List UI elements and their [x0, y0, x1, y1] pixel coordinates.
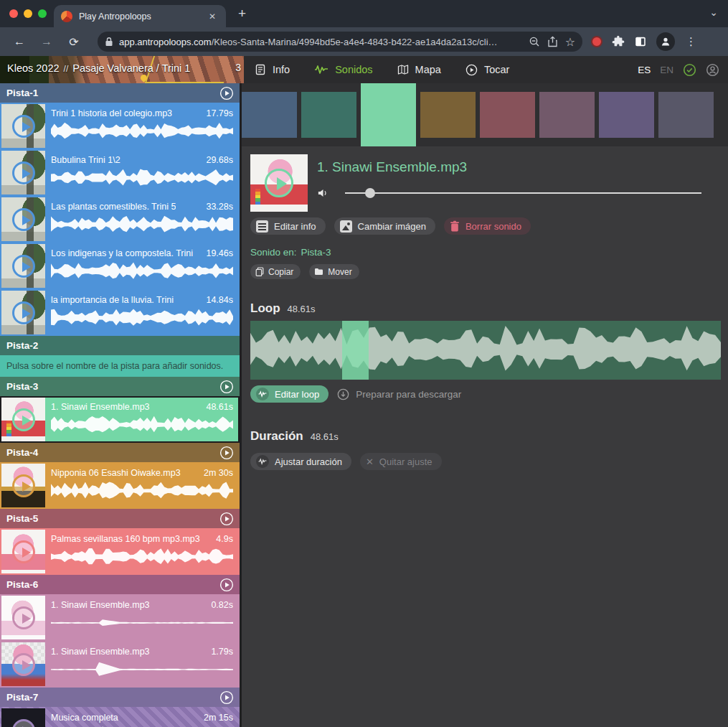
clip-row[interactable]: Las plantas comestibles. Trini 533.28s — [0, 196, 240, 243]
palette-swatch[interactable] — [420, 92, 476, 138]
clip-play-icon[interactable] — [12, 115, 35, 138]
palette-swatch[interactable] — [599, 92, 654, 138]
copy-button[interactable]: Copiar — [250, 264, 301, 279]
clip-play-icon[interactable] — [12, 208, 35, 231]
antropoloops-favicon — [61, 11, 72, 22]
duration-actions-row: Ajustar duración ✕ Quitar ajuste — [250, 453, 721, 470]
clip-duration: 2m 30s — [204, 468, 233, 478]
bookmark-star-icon[interactable]: ☆ — [565, 35, 575, 49]
tab-info-label: Info — [273, 64, 290, 75]
track-play-icon[interactable] — [219, 446, 234, 460]
close-window-button[interactable] — [9, 9, 18, 18]
clip-row[interactable]: Los indigenas y la compostela. Trini19.4… — [0, 243, 240, 289]
minimize-window-button[interactable] — [24, 9, 32, 18]
recording-extension-icon[interactable] — [591, 36, 602, 47]
edit-loop-button[interactable]: Editar loop — [250, 385, 328, 403]
move-button[interactable]: Mover — [309, 264, 359, 279]
volume-slider-knob[interactable] — [365, 188, 375, 198]
profile-avatar[interactable] — [656, 32, 675, 51]
side-panel-icon[interactable] — [634, 35, 647, 48]
download-icon — [337, 388, 349, 400]
palette-swatch[interactable] — [361, 83, 416, 146]
palette-swatch[interactable] — [539, 92, 595, 138]
track-play-icon[interactable] — [219, 690, 234, 705]
clip-row[interactable]: Musica completa2m 15s — [0, 707, 240, 727]
clip-row[interactable]: Nipponia 06 Esashi Oiwake.mp32m 30s — [0, 462, 240, 509]
sound-header: 1. Sinawi Ensemble.mp3 — [250, 154, 721, 212]
palette-swatch[interactable] — [301, 92, 356, 138]
clip-play-icon[interactable] — [12, 653, 35, 676]
clip-play-icon[interactable] — [12, 606, 35, 629]
clip-play-icon[interactable] — [12, 719, 35, 727]
tab-tocar[interactable]: Tocar — [465, 64, 509, 76]
extensions-puzzle-icon[interactable] — [612, 35, 625, 48]
track-header[interactable]: Pista-1 — [0, 83, 240, 103]
prepare-download-button[interactable]: Preparar para descargar — [337, 388, 461, 400]
palette-swatch[interactable] — [658, 92, 714, 138]
track-header[interactable]: Pista-7 — [0, 688, 240, 707]
track-play-icon[interactable] — [219, 380, 234, 394]
clip-duration: 0.82s — [211, 600, 233, 610]
sound-in-track-link[interactable]: Pista-3 — [301, 247, 331, 258]
clip-row[interactable]: Trini 1 historia del colegio.mp317.79s — [0, 103, 240, 149]
new-tab-button[interactable]: + — [238, 6, 246, 22]
forward-button[interactable]: → — [37, 32, 57, 52]
clip-row[interactable]: 1. Sinawi Ensemble.mp348.61s — [0, 396, 240, 443]
breadcrumb-page[interactable]: Pasaje Valvanera / Trini 1 — [72, 62, 190, 74]
adjust-duration-button[interactable]: Ajustar duración — [250, 453, 351, 470]
sound-in-label: Sonido en: — [250, 247, 297, 258]
clip-play-icon[interactable] — [12, 408, 35, 431]
loop-waveform[interactable] — [250, 321, 721, 380]
track-play-icon[interactable] — [219, 86, 234, 100]
back-button[interactable]: ← — [9, 32, 29, 52]
track-header[interactable]: Pista-2 — [0, 336, 240, 355]
clip-row[interactable]: Palmas sevillanas 160 bpm mp3.mp34.9s — [0, 528, 240, 575]
clip-row[interactable]: 1. Sinawi Ensemble.mp31.79s — [0, 641, 240, 688]
sound-play-icon[interactable] — [265, 169, 293, 197]
tab-mapa[interactable]: Mapa — [397, 64, 441, 75]
track-play-icon[interactable] — [219, 578, 234, 592]
loop-selection-band[interactable] — [342, 321, 369, 380]
tab-search-chevron-icon[interactable]: ⌄ — [709, 6, 718, 18]
address-bar[interactable]: app.antropoloops.com/Kleos-Santa-Marina/… — [98, 32, 582, 52]
clip-row[interactable]: Bubulina Trini 1\229.68s — [0, 149, 240, 196]
edit-info-button[interactable]: Editar info — [250, 217, 326, 235]
clip-row[interactable]: la importancia de la lluvia. Trini14.84s — [0, 289, 240, 336]
tab-sonidos[interactable]: Sonidos — [314, 64, 372, 75]
browser-menu-icon[interactable]: ⋮ — [686, 35, 696, 48]
volume-slider[interactable] — [345, 188, 701, 198]
zoom-window-button[interactable] — [38, 9, 47, 18]
clip-row[interactable]: 1. Sinawi Ensemble.mp30.82s — [0, 594, 240, 641]
clip-play-icon[interactable] — [12, 540, 35, 563]
aerial-map-banner[interactable]: 3 Kleos 2022//Pasaje Valvanera / Trini 1 — [0, 56, 244, 83]
breadcrumb-project[interactable]: Kleos 2022 — [7, 62, 60, 74]
track-header[interactable]: Pista-6 — [0, 575, 240, 594]
track-header[interactable]: Pista-5 — [0, 509, 240, 528]
clip-play-icon[interactable] — [12, 161, 35, 184]
account-icon[interactable] — [706, 63, 719, 77]
track-header[interactable]: Pista-4 — [0, 443, 240, 462]
clip-play-icon[interactable] — [12, 255, 35, 278]
lang-es[interactable]: ES — [638, 65, 651, 75]
tab-info[interactable]: Info — [255, 64, 290, 75]
delete-sound-button[interactable]: Borrar sonido — [444, 217, 531, 235]
change-image-button[interactable]: Cambiar imágen — [334, 217, 435, 235]
sync-check-icon[interactable] — [683, 63, 696, 77]
palette-swatch[interactable] — [480, 92, 535, 138]
clip-play-icon[interactable] — [12, 474, 35, 497]
remove-adjust-button[interactable]: ✕ Quitar ajuste — [360, 453, 442, 470]
palette-swatch[interactable] — [242, 92, 297, 138]
sound-image-thumbnail[interactable] — [250, 154, 308, 212]
clip-duration: 29.68s — [206, 155, 233, 165]
zoom-out-icon[interactable] — [529, 36, 540, 47]
track-play-icon[interactable] — [219, 512, 234, 526]
lang-en[interactable]: EN — [660, 65, 673, 75]
track-header[interactable]: Pista-3 — [0, 377, 240, 396]
share-icon[interactable] — [547, 36, 558, 47]
reload-button[interactable]: ⟳ — [64, 32, 84, 52]
tab-close-icon[interactable]: ✕ — [206, 10, 219, 23]
browser-tab[interactable]: Play Antropoloops ✕ — [54, 5, 226, 27]
folder-icon — [314, 268, 323, 276]
clip-play-icon[interactable] — [12, 301, 35, 324]
speaker-icon[interactable] — [317, 187, 329, 199]
